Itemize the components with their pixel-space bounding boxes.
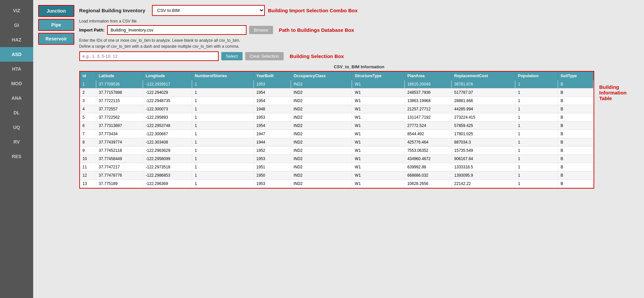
cell-occupancyclass: IND2 xyxy=(291,122,352,130)
table-row[interactable]: 637.77313697-122.295374811954IND2W127772… xyxy=(80,122,594,130)
col-planarea: PlanArea xyxy=(404,72,451,80)
cell-occupancyclass: IND2 xyxy=(291,105,352,113)
cell-replacementcost: 1333318.5 xyxy=(452,163,515,171)
building-selection-input[interactable] xyxy=(79,51,219,61)
cell-structuretype: W1 xyxy=(352,80,404,89)
sidebar-item-rv[interactable]: RV xyxy=(0,135,33,149)
cell-id: 12 xyxy=(80,171,96,180)
cell-planarea: 27772.524 xyxy=(404,122,451,130)
cell-longitude: -122.296369 xyxy=(143,180,192,188)
col-latitude: Latitude xyxy=(96,72,143,80)
cell-occupancyclass: IND2 xyxy=(291,113,352,122)
cell-replacementcost: 906167.64 xyxy=(452,155,515,163)
sidebar-item-mod[interactable]: MOD xyxy=(0,76,33,91)
cell-population: 1 xyxy=(515,80,558,89)
cell-latitude: 37.7722115 xyxy=(96,97,143,105)
col-population: Population xyxy=(515,72,558,80)
cell-latitude: 37.773434 xyxy=(96,130,143,138)
cell-soiltype: B xyxy=(558,113,593,122)
table-row[interactable]: 1237.77478776-122.298685311950IND2W16686… xyxy=(80,171,594,180)
cell-yearbuilt: 1954 xyxy=(253,122,291,130)
cell-yearbuilt: 1953 xyxy=(253,180,291,188)
cell-soiltype: B xyxy=(558,147,593,155)
sidebar-item-haz[interactable]: HAZ xyxy=(0,32,33,47)
sidebar-item-gi[interactable]: GI xyxy=(0,18,33,32)
cell-replacementcost: 22142.22 xyxy=(452,180,515,188)
cell-planarea: 639992.88 xyxy=(404,163,451,171)
cell-numberofstories: 1 xyxy=(192,147,253,155)
cell-yearbuilt: 1947 xyxy=(253,130,291,138)
right-content: Regional Building Inventory CSV to BIM B… xyxy=(79,5,639,189)
reservoir-button[interactable]: Reservoir xyxy=(38,33,74,45)
browse-button[interactable]: Browse xyxy=(249,26,273,34)
table-row[interactable]: 137.7709536-122.293951711953IND2W118615.… xyxy=(80,80,594,89)
junction-button[interactable]: Junction xyxy=(38,5,74,17)
cell-occupancyclass: IND2 xyxy=(291,163,352,171)
cell-soiltype: B xyxy=(558,130,593,138)
cell-latitude: 37.77452118 xyxy=(96,147,143,155)
cell-latitude: 37.775189 xyxy=(96,180,143,188)
cell-yearbuilt: 1950 xyxy=(253,171,291,180)
cell-id: 10 xyxy=(80,155,96,163)
cell-replacementcost: 38781.876 xyxy=(452,80,515,89)
table-row[interactable]: 337.7722115-122.294873511954IND2W113863.… xyxy=(80,97,594,105)
sidebar-item-dl[interactable]: DL xyxy=(0,105,33,120)
sidebar-item-asd[interactable]: ASD xyxy=(0,47,33,62)
cell-numberofstories: 1 xyxy=(192,130,253,138)
sidebar-item-viz[interactable]: VIZ xyxy=(0,3,33,18)
cell-population: 1 xyxy=(515,138,558,147)
table-row[interactable]: 837.77439774-122.30340811944IND2W1425776… xyxy=(80,138,594,147)
cell-numberofstories: 1 xyxy=(192,105,253,113)
cell-population: 1 xyxy=(515,89,558,97)
cell-population: 1 xyxy=(515,130,558,138)
import-path-input[interactable] xyxy=(107,25,247,35)
col-id: id xyxy=(80,72,96,80)
col-occupancy: OccupancyClass xyxy=(291,72,352,80)
sidebar-item-hta[interactable]: HTA xyxy=(0,62,33,76)
cell-planarea: 7553.06352 xyxy=(404,147,451,155)
cell-soiltype: B xyxy=(558,80,593,89)
clear-selection-button[interactable]: Clear Selection xyxy=(245,52,284,60)
import-type-select[interactable]: CSV to BIM xyxy=(152,5,265,16)
cell-replacementcost: 273224.415 xyxy=(452,113,515,122)
cell-id: 13 xyxy=(80,180,96,188)
instructions-text: Enter the IDs of one or more csv_to_bim … xyxy=(79,37,639,49)
cell-latitude: 37.77478776 xyxy=(96,171,143,180)
table-row[interactable]: 1037.77458449-122.295809911953IND2W14349… xyxy=(80,155,594,163)
table-row[interactable]: 937.77452118-122.296362911952IND2W17553.… xyxy=(80,147,594,155)
cell-population: 1 xyxy=(515,113,558,122)
table-row[interactable]: 237.77157898-122.29402911954IND2W1248537… xyxy=(80,89,594,97)
sidebar-item-uq[interactable]: UQ xyxy=(0,120,33,135)
cell-soiltype: B xyxy=(558,138,593,147)
cell-longitude: -122.2986853 xyxy=(143,171,192,180)
pipe-button[interactable]: Pipe xyxy=(38,19,74,31)
table-row[interactable]: 437.772557-122.30007311948IND2W121257.27… xyxy=(80,105,594,113)
table-row[interactable]: 737.773434-122.30066711947IND2W18544.492… xyxy=(80,130,594,138)
cell-planarea: 8544.492 xyxy=(404,130,451,138)
table-row[interactable]: 1337.775189-122.29636911953IND2W110628.2… xyxy=(80,180,594,188)
cell-structuretype: W1 xyxy=(352,89,404,97)
table-row[interactable]: 537.7722562-122.29589311953IND2W1131147.… xyxy=(80,113,594,122)
cell-id: 3 xyxy=(80,97,96,105)
cell-latitude: 37.77157898 xyxy=(96,89,143,97)
cell-occupancyclass: IND2 xyxy=(291,89,352,97)
cell-numberofstories: 1 xyxy=(192,97,253,105)
cell-occupancyclass: IND2 xyxy=(291,171,352,180)
cell-occupancyclass: IND2 xyxy=(291,130,352,138)
cell-id: 6 xyxy=(80,122,96,130)
col-structure: StructureType xyxy=(352,72,404,80)
cell-yearbuilt: 1953 xyxy=(253,80,291,89)
cell-id: 2 xyxy=(80,89,96,97)
cell-yearbuilt: 1951 xyxy=(253,163,291,171)
cell-occupancyclass: IND2 xyxy=(291,155,352,163)
combo-area: CSV to BIM Building Import Selection Com… xyxy=(152,5,639,16)
cell-yearbuilt: 1952 xyxy=(253,147,291,155)
cell-occupancyclass: IND2 xyxy=(291,138,352,147)
cell-longitude: -122.295893 xyxy=(143,113,192,122)
cell-soiltype: B xyxy=(558,122,593,130)
table-row[interactable]: 1137.7747217-122.297351811951IND2W163999… xyxy=(80,163,594,171)
sidebar-item-res[interactable]: RES xyxy=(0,149,33,164)
select-button[interactable]: Select xyxy=(221,52,243,60)
cell-population: 1 xyxy=(515,180,558,188)
sidebar-item-ana[interactable]: ANA xyxy=(0,91,33,105)
